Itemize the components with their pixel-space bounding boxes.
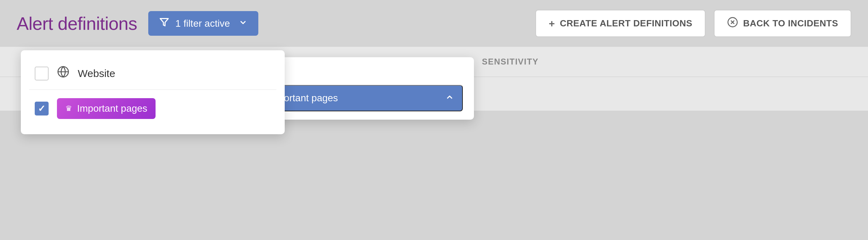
globe-icon xyxy=(57,66,69,81)
sensitivity-column-header: SENSITIVITY xyxy=(482,57,868,67)
important-pages-badge: ♛ Important pages xyxy=(57,98,156,119)
scope-option-website[interactable]: Website xyxy=(29,59,276,88)
header-actions: + CREATE ALERT DEFINITIONS BACK TO INCID… xyxy=(535,10,851,37)
important-pages-label: Important pages xyxy=(77,103,147,114)
page-container: Alert definitions 1 filter active + CREA… xyxy=(0,0,868,240)
back-to-incidents-label: BACK TO INCIDENTS xyxy=(743,18,838,29)
create-alert-label: CREATE ALERT DEFINITIONS xyxy=(560,18,692,29)
close-circle-icon xyxy=(727,17,738,30)
back-to-incidents-button[interactable]: BACK TO INCIDENTS xyxy=(714,10,851,37)
scope-option-important-pages[interactable]: ♛ Important pages xyxy=(29,91,276,126)
important-pages-checkbox[interactable] xyxy=(35,102,49,115)
crown-icon: ♛ xyxy=(65,104,72,113)
filter-icon xyxy=(159,17,169,29)
plus-icon: + xyxy=(549,18,555,29)
header: Alert definitions 1 filter active + CREA… xyxy=(0,0,868,47)
svg-marker-0 xyxy=(160,19,168,26)
options-divider xyxy=(29,89,276,90)
filter-label: 1 filter active xyxy=(175,18,230,29)
website-checkbox[interactable] xyxy=(35,67,49,80)
create-alert-button[interactable]: + CREATE ALERT DEFINITIONS xyxy=(535,10,706,37)
page-title: Alert definitions xyxy=(17,13,137,34)
website-option-label: Website xyxy=(78,68,115,79)
filter-active-button[interactable]: 1 filter active xyxy=(148,11,258,36)
chevron-down-icon xyxy=(239,18,247,29)
chevron-up-icon xyxy=(445,93,454,104)
scope-options-list: Website ♛ Important pages xyxy=(21,50,285,134)
